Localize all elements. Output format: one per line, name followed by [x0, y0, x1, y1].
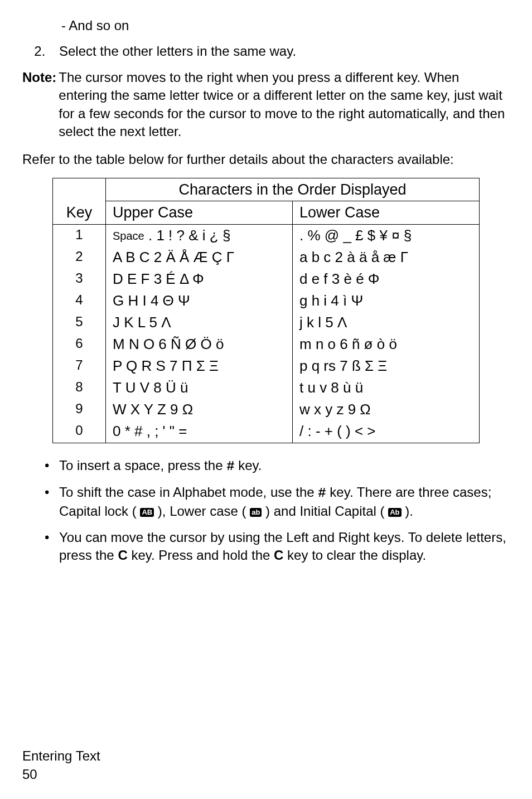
key-cell: 1 [53, 224, 106, 246]
c-key-1: C [118, 548, 127, 563]
key-cell: 4 [53, 290, 106, 312]
characters-table: Key Characters in the Order Displayed Up… [52, 178, 480, 443]
key-cell: 8 [53, 377, 106, 399]
tip-cursor: You can move the cursor by using the Lef… [45, 529, 510, 565]
table-row: 5J K L 5 Λj k l 5 Λ [53, 312, 480, 333]
key-cell: 0 [53, 420, 106, 443]
col-main-header: Characters in the Order Displayed [106, 178, 480, 201]
col-upper-header: Upper Case [106, 201, 293, 224]
initial-capital-icon: Ab [388, 508, 401, 517]
lower-cell: j k l 5 Λ [293, 312, 480, 333]
lower-cell: a b c 2 à ä å æ Γ [293, 246, 480, 268]
tip-space: To insert a space, press the # key. [45, 457, 510, 476]
lower-cell: t u v 8 ù ü [293, 377, 480, 399]
tip-case-d: ) and Initial Capital ( [262, 503, 388, 519]
tip-space-a: To insert a space, press the [59, 458, 226, 473]
tip-case-a: To shift the case in Alphabet mode, use … [59, 485, 318, 500]
hash-key-icon: # [318, 486, 326, 501]
key-cell: 7 [53, 355, 106, 377]
key-cell: 3 [53, 268, 106, 290]
col-key-header: Key [53, 178, 106, 224]
table-row: 6M N O 6 Ñ Ø Ö öm n o 6 ñ ø ò ö [53, 333, 480, 355]
lower-cell: w x y z 9 Ω [293, 399, 480, 420]
lower-case-icon: ab [250, 508, 262, 517]
tip-cursor-b: key. Press and hold the [128, 548, 274, 563]
upper-cell: 0 * # , ; ' " = [106, 420, 293, 443]
capital-lock-icon: AB [140, 508, 154, 517]
note-block: Note: The cursor moves to the right when… [22, 69, 510, 141]
table-row: 3D E F 3 É Δ Φd e f 3 è é Φ [53, 268, 480, 290]
table-row: 9W X Y Z 9 Ωw x y z 9 Ω [53, 399, 480, 420]
section-title: Entering Text [22, 747, 100, 765]
manual-page: - And so on Select the other letters in … [0, 0, 532, 799]
upper-cell: W X Y Z 9 Ω [106, 399, 293, 420]
step-2-text: Select the other letters in the same way… [59, 43, 296, 59]
upper-cell: Space . 1 ! ? & i ¿ § [106, 224, 293, 246]
characters-tbody: 1Space . 1 ! ? & i ¿ §. % @ _ £ $ ¥ ¤ §2… [53, 224, 480, 443]
upper-cell: P Q R S 7 Π Σ Ξ [106, 355, 293, 377]
lower-cell: / : - + ( ) < > [293, 420, 480, 443]
table-row: 2A B C 2 Ä Å Æ Ç Γa b c 2 à ä å æ Γ [53, 246, 480, 268]
key-cell: 6 [53, 333, 106, 355]
tips-list: To insert a space, press the # key. To s… [22, 457, 510, 565]
upper-cell: T U V 8 Ü ü [106, 377, 293, 399]
key-cell: 9 [53, 399, 106, 420]
and-so-on-text: - And so on [61, 17, 510, 35]
c-key-2: C [274, 548, 283, 563]
upper-cell: D E F 3 É Δ Φ [106, 268, 293, 290]
upper-cell: A B C 2 Ä Å Æ Ç Γ [106, 246, 293, 268]
step-2: Select the other letters in the same way… [49, 42, 510, 60]
table-row: 8T U V 8 Ü üt u v 8 ù ü [53, 377, 480, 399]
lower-cell: p q rs 7 ß Σ Ξ [293, 355, 480, 377]
col-lower-header: Lower Case [293, 201, 480, 224]
tip-case-c: ), Lower case ( [154, 503, 250, 519]
key-cell: 2 [53, 246, 106, 268]
page-number: 50 [22, 766, 100, 783]
table-row: 7P Q R S 7 Π Σ Ξp q rs 7 ß Σ Ξ [53, 355, 480, 377]
hash-key-icon: # [226, 459, 234, 474]
upper-cell: G H I 4 Θ Ψ [106, 290, 293, 312]
tip-case: To shift the case in Alphabet mode, use … [45, 483, 510, 521]
tip-space-b: key. [235, 458, 262, 473]
note-label: Note: [22, 69, 59, 141]
lower-cell: . % @ _ £ $ ¥ ¤ § [293, 224, 480, 246]
tip-cursor-c: key to clear the display. [283, 548, 426, 563]
key-cell: 5 [53, 312, 106, 333]
table-row: 00 * # , ; ' " =/ : - + ( ) < > [53, 420, 480, 443]
note-body: The cursor moves to the right when you p… [59, 69, 510, 141]
page-footer: Entering Text 50 [22, 747, 100, 783]
table-row: 1Space . 1 ! ? & i ¿ §. % @ _ £ $ ¥ ¤ § [53, 224, 480, 246]
table-intro: Refer to the table below for further det… [22, 151, 510, 168]
steps-list: Select the other letters in the same way… [22, 42, 510, 60]
lower-cell: m n o 6 ñ ø ò ö [293, 333, 480, 355]
upper-cell: M N O 6 Ñ Ø Ö ö [106, 333, 293, 355]
table-row: 4G H I 4 Θ Ψg h i 4 ì Ψ [53, 290, 480, 312]
upper-cell: J K L 5 Λ [106, 312, 293, 333]
lower-cell: d e f 3 è é Φ [293, 268, 480, 290]
tip-case-e: ). [402, 503, 413, 519]
lower-cell: g h i 4 ì Ψ [293, 290, 480, 312]
